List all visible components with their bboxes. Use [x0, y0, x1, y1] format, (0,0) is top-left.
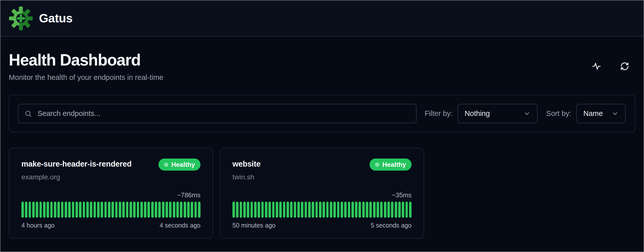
- status-bar[interactable]: [32, 202, 35, 218]
- status-bar[interactable]: [402, 202, 404, 218]
- status-bar[interactable]: [240, 202, 242, 218]
- activity-icon[interactable]: [591, 61, 601, 71]
- status-bar[interactable]: [90, 202, 92, 218]
- status-bar[interactable]: [140, 202, 143, 218]
- status-bar[interactable]: [362, 202, 365, 218]
- status-bar[interactable]: [251, 202, 253, 218]
- status-bar[interactable]: [39, 202, 42, 218]
- status-bar[interactable]: [358, 202, 361, 218]
- status-bar[interactable]: [409, 202, 412, 218]
- status-bar[interactable]: [57, 202, 60, 218]
- status-bar[interactable]: [83, 202, 85, 218]
- status-bar[interactable]: [21, 202, 24, 218]
- status-bar[interactable]: [29, 202, 31, 218]
- search-box[interactable]: [18, 104, 417, 123]
- status-bar[interactable]: [308, 202, 311, 218]
- status-bar[interactable]: [247, 202, 249, 218]
- status-bar[interactable]: [101, 202, 103, 218]
- status-bar[interactable]: [187, 202, 190, 218]
- status-bar[interactable]: [395, 202, 397, 218]
- status-bar[interactable]: [337, 202, 340, 218]
- status-bar[interactable]: [25, 202, 27, 218]
- status-bar[interactable]: [366, 202, 368, 218]
- search-input[interactable]: [37, 109, 410, 118]
- status-bar[interactable]: [104, 202, 107, 218]
- status-bar[interactable]: [47, 202, 49, 218]
- status-bar[interactable]: [369, 202, 372, 218]
- status-bar[interactable]: [373, 202, 376, 218]
- status-bar[interactable]: [312, 202, 314, 218]
- status-bar[interactable]: [305, 202, 307, 218]
- status-bar[interactable]: [50, 202, 53, 218]
- status-bar[interactable]: [79, 202, 82, 218]
- status-bar[interactable]: [236, 202, 238, 218]
- status-bar[interactable]: [97, 202, 100, 218]
- status-bar[interactable]: [333, 202, 336, 218]
- endpoint-card[interactable]: website Healthy twin.sh ~35ms 50 minutes…: [220, 148, 424, 239]
- status-bar[interactable]: [406, 202, 408, 218]
- status-bar[interactable]: [387, 202, 390, 218]
- status-bar[interactable]: [301, 202, 303, 218]
- status-bar[interactable]: [398, 202, 401, 218]
- endpoint-card[interactable]: make-sure-header-is-rendered Healthy exa…: [9, 148, 213, 239]
- status-bar[interactable]: [36, 202, 38, 218]
- status-bar[interactable]: [330, 202, 332, 218]
- status-bar[interactable]: [137, 202, 139, 218]
- status-bar[interactable]: [261, 202, 264, 218]
- status-bar[interactable]: [323, 202, 325, 218]
- status-bar[interactable]: [72, 202, 74, 218]
- status-bar[interactable]: [319, 202, 321, 218]
- status-bar[interactable]: [144, 202, 146, 218]
- status-bar[interactable]: [115, 202, 118, 218]
- status-bar[interactable]: [232, 202, 235, 218]
- status-bar[interactable]: [194, 202, 197, 218]
- status-bar[interactable]: [94, 202, 96, 218]
- status-bar[interactable]: [119, 202, 121, 218]
- status-bar[interactable]: [147, 202, 150, 218]
- status-bar[interactable]: [162, 202, 165, 218]
- status-bar[interactable]: [297, 202, 300, 218]
- refresh-icon[interactable]: [620, 61, 630, 71]
- status-bar[interactable]: [258, 202, 260, 218]
- status-bar[interactable]: [290, 202, 293, 218]
- status-bar[interactable]: [384, 202, 386, 218]
- status-bar[interactable]: [176, 202, 179, 218]
- status-bar[interactable]: [108, 202, 110, 218]
- status-bar[interactable]: [86, 202, 89, 218]
- status-bar[interactable]: [75, 202, 78, 218]
- status-bar[interactable]: [351, 202, 354, 218]
- status-bar[interactable]: [155, 202, 157, 218]
- sort-dropdown[interactable]: Name: [576, 104, 626, 123]
- status-bar[interactable]: [166, 202, 168, 218]
- status-bar[interactable]: [169, 202, 172, 218]
- status-bar[interactable]: [173, 202, 175, 218]
- status-bar[interactable]: [133, 202, 136, 218]
- status-bar[interactable]: [180, 202, 182, 218]
- status-bar[interactable]: [272, 202, 275, 218]
- status-bar[interactable]: [68, 202, 71, 218]
- status-bar[interactable]: [279, 202, 282, 218]
- status-bar[interactable]: [287, 202, 289, 218]
- filter-dropdown[interactable]: Nothing: [458, 104, 538, 123]
- status-bar[interactable]: [43, 202, 46, 218]
- status-bar[interactable]: [198, 202, 200, 218]
- status-bar[interactable]: [315, 202, 318, 218]
- status-bar[interactable]: [126, 202, 129, 218]
- status-bar[interactable]: [268, 202, 271, 218]
- status-bar[interactable]: [243, 202, 246, 218]
- status-bar[interactable]: [130, 202, 132, 218]
- status-bar[interactable]: [151, 202, 154, 218]
- status-bar[interactable]: [184, 202, 186, 218]
- status-bar[interactable]: [355, 202, 357, 218]
- status-bar[interactable]: [65, 202, 67, 218]
- status-bar[interactable]: [265, 202, 267, 218]
- status-bar[interactable]: [294, 202, 296, 218]
- status-bar[interactable]: [254, 202, 257, 218]
- status-bar[interactable]: [61, 202, 64, 218]
- status-bar[interactable]: [341, 202, 343, 218]
- status-bar[interactable]: [54, 202, 56, 218]
- status-bar[interactable]: [276, 202, 278, 218]
- status-bar[interactable]: [158, 202, 161, 218]
- status-bar[interactable]: [111, 202, 114, 218]
- status-bar[interactable]: [122, 202, 125, 218]
